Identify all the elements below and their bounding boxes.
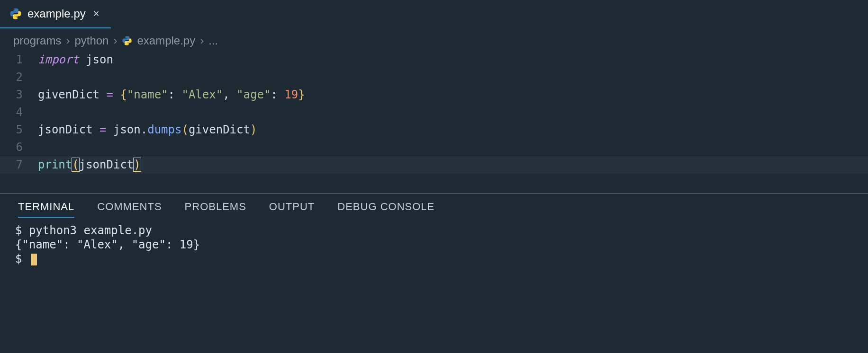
code-line[interactable]: 2 <box>0 69 868 86</box>
chevron-right-icon: › <box>66 34 70 47</box>
panel-tab-comments[interactable]: COMMENTS <box>97 201 162 218</box>
breadcrumb: programs › python › example.py › ... <box>0 28 868 51</box>
close-icon[interactable]: × <box>91 8 101 20</box>
code-content[interactable]: print(jsonDict) <box>38 156 141 174</box>
python-file-icon <box>9 8 22 20</box>
panel-tab-output[interactable]: OUTPUT <box>269 201 315 218</box>
breadcrumb-item[interactable]: example.py <box>137 34 195 47</box>
panel-tab-terminal[interactable]: TERMINAL <box>18 201 74 218</box>
code-line[interactable]: 5jsonDict = json.dumps(givenDict) <box>0 121 868 139</box>
line-number: 4 <box>0 104 38 121</box>
code-line[interactable]: 7print(jsonDict) <box>0 156 868 174</box>
line-number: 2 <box>0 69 38 86</box>
terminal-cursor <box>31 254 37 265</box>
line-number: 6 <box>0 139 38 156</box>
line-number: 1 <box>0 51 38 69</box>
terminal-panel[interactable]: $ python3 example.py{"name": "Alex", "ag… <box>0 221 868 269</box>
panel-tab-problems[interactable]: PROBLEMS <box>185 201 246 218</box>
panel-tab-bar: TERMINALCOMMENTSPROBLEMSOUTPUTDEBUG CONS… <box>0 194 868 221</box>
code-editor[interactable]: 1import json23givenDict = {"name": "Alex… <box>0 51 868 174</box>
breadcrumb-item[interactable]: ... <box>208 34 218 47</box>
breadcrumb-item[interactable]: programs <box>13 34 61 47</box>
code-line[interactable]: 1import json <box>0 51 868 69</box>
python-file-icon <box>122 35 132 46</box>
editor-tab-active[interactable]: example.py × <box>0 0 111 28</box>
line-number: 7 <box>0 156 38 174</box>
editor-tab-bar: example.py × <box>0 0 868 28</box>
code-line[interactable]: 3givenDict = {"name": "Alex", "age": 19} <box>0 86 868 104</box>
code-content[interactable]: jsonDict = json.dumps(givenDict) <box>38 121 257 139</box>
breadcrumb-item[interactable]: python <box>74 34 108 47</box>
line-number: 3 <box>0 86 38 104</box>
tab-filename: example.py <box>27 7 86 20</box>
chevron-right-icon: › <box>113 34 117 47</box>
terminal-line: {"name": "Alex", "age": 19} <box>15 238 853 252</box>
line-number: 5 <box>0 121 38 139</box>
code-line[interactable]: 6 <box>0 139 868 156</box>
panel-tab-debug-console[interactable]: DEBUG CONSOLE <box>337 201 434 218</box>
chevron-right-icon: › <box>200 34 204 47</box>
code-content[interactable]: import json <box>38 51 113 69</box>
terminal-line: $ <box>15 252 853 266</box>
code-content[interactable]: givenDict = {"name": "Alex", "age": 19} <box>38 86 305 104</box>
code-line[interactable]: 4 <box>0 104 868 121</box>
terminal-line: $ python3 example.py <box>15 223 853 238</box>
